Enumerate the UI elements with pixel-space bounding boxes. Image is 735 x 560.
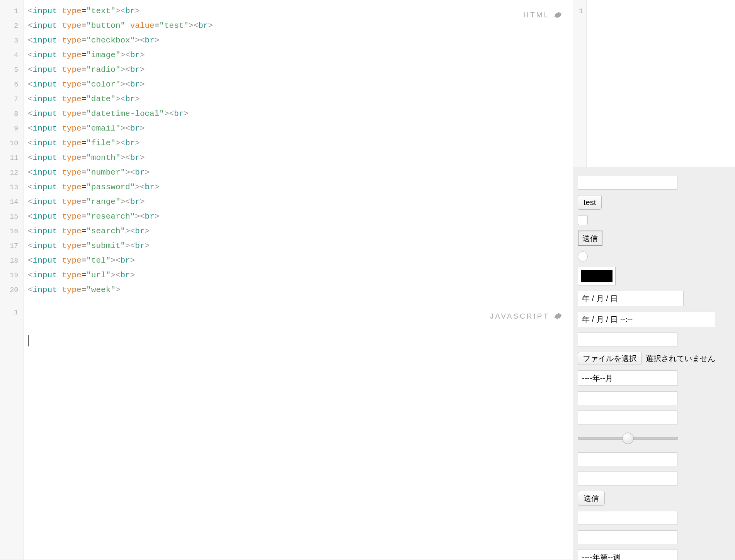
code-line[interactable]: <input type="email"><br> bbox=[28, 121, 573, 136]
preview-text-input[interactable] bbox=[578, 176, 677, 190]
date-placeholder: 年 / 月 / 日 bbox=[582, 294, 618, 304]
right-column: 1 test 送信 年 / 月 / 日 年 / 月 / 日 --:-- ファイル… bbox=[573, 0, 735, 560]
html-pane-label-text: HTML bbox=[523, 11, 550, 19]
code-line[interactable]: <input type="checkbox"><br> bbox=[28, 33, 573, 48]
preview-password-input[interactable] bbox=[578, 411, 677, 424]
html-editor-pane[interactable]: 1234567891011121314151617181920 <input t… bbox=[0, 0, 573, 301]
code-line[interactable]: <input type="search"><br> bbox=[28, 224, 573, 239]
code-line[interactable]: <input type="submit"><br> bbox=[28, 239, 573, 253]
code-line[interactable]: <input type="radio"><br> bbox=[28, 63, 573, 77]
preview-range-input[interactable] bbox=[578, 430, 678, 447]
preview-number-input[interactable] bbox=[578, 391, 677, 405]
html-code-area[interactable]: <input type="text"><br><input type="butt… bbox=[24, 0, 573, 301]
preview-image-submit[interactable]: 送信 bbox=[578, 231, 602, 246]
js-code-area[interactable] bbox=[24, 301, 573, 560]
file-choose-button[interactable]: ファイルを選択 bbox=[578, 352, 642, 365]
preview-checkbox[interactable] bbox=[578, 215, 588, 225]
code-line[interactable]: <input type="color"><br> bbox=[28, 77, 573, 92]
code-line[interactable]: <input type="password"><br> bbox=[28, 180, 573, 195]
right-top-gutter: 1 bbox=[573, 0, 587, 167]
preview-search-input[interactable] bbox=[578, 472, 677, 485]
slider-thumb[interactable] bbox=[622, 433, 634, 444]
preview-week-input[interactable]: ----年第--週 bbox=[578, 550, 677, 560]
preview-color-input[interactable] bbox=[578, 267, 616, 285]
preview-button[interactable]: test bbox=[578, 195, 602, 210]
code-line[interactable]: <input type="research"><br> bbox=[28, 209, 573, 224]
preview-url-input[interactable] bbox=[578, 530, 677, 544]
code-line[interactable]: <input type="number"><br> bbox=[28, 165, 573, 180]
preview-research-input[interactable] bbox=[578, 452, 677, 466]
html-gutter: 1234567891011121314151617181920 bbox=[0, 0, 24, 301]
datetime-placeholder: 年 / 月 / 日 --:-- bbox=[582, 314, 633, 325]
js-pane-label: JAVASCRIPT bbox=[490, 312, 562, 321]
code-line[interactable]: <input type="week"> bbox=[28, 283, 573, 297]
file-status-label: 選択されていません bbox=[646, 353, 715, 364]
right-top-code-area[interactable] bbox=[587, 0, 735, 167]
week-placeholder: ----年第--週 bbox=[582, 552, 621, 560]
code-line[interactable]: <input type="date"><br> bbox=[28, 92, 573, 107]
preview-pane: test 送信 年 / 月 / 日 年 / 月 / 日 --:-- ファイルを選… bbox=[573, 167, 735, 560]
month-placeholder: ----年--月 bbox=[582, 373, 613, 384]
code-line[interactable]: <input type="file"><br> bbox=[28, 136, 573, 151]
code-line[interactable]: <input type="button" value="test"><br> bbox=[28, 19, 573, 33]
text-cursor bbox=[28, 335, 29, 346]
right-top-pane[interactable]: 1 bbox=[573, 0, 735, 167]
color-swatch bbox=[581, 270, 612, 282]
preview-file-input[interactable]: ファイルを選択 選択されていません bbox=[578, 352, 730, 365]
js-pane-label-text: JAVASCRIPT bbox=[490, 312, 550, 321]
code-line[interactable]: <input type="month"><br> bbox=[28, 151, 573, 165]
preview-submit-button[interactable]: 送信 bbox=[578, 491, 605, 506]
preview-month-input[interactable]: ----年--月 bbox=[578, 370, 677, 386]
js-editor-pane[interactable]: 1 JAVASCRIPT bbox=[0, 301, 573, 560]
gear-icon[interactable] bbox=[553, 11, 562, 19]
editor-column: 1234567891011121314151617181920 <input t… bbox=[0, 0, 573, 560]
code-line[interactable]: <input type="tel"><br> bbox=[28, 253, 573, 268]
preview-datetime-input[interactable]: 年 / 月 / 日 --:-- bbox=[578, 312, 715, 327]
preview-radio[interactable] bbox=[578, 251, 588, 261]
code-line[interactable]: <input type="datetime-local"><br> bbox=[28, 107, 573, 121]
preview-date-input[interactable]: 年 / 月 / 日 bbox=[578, 291, 684, 306]
js-gutter: 1 bbox=[0, 301, 24, 560]
gear-icon[interactable] bbox=[553, 312, 562, 321]
code-line[interactable]: <input type="range"><br> bbox=[28, 195, 573, 209]
code-line[interactable]: <input type="url"><br> bbox=[28, 268, 573, 283]
code-line[interactable]: <input type="text"><br> bbox=[28, 4, 573, 19]
code-line[interactable]: <input type="image"><br> bbox=[28, 48, 573, 63]
html-pane-label: HTML bbox=[523, 11, 562, 19]
preview-tel-input[interactable] bbox=[578, 511, 677, 525]
preview-email-input[interactable] bbox=[578, 333, 677, 346]
